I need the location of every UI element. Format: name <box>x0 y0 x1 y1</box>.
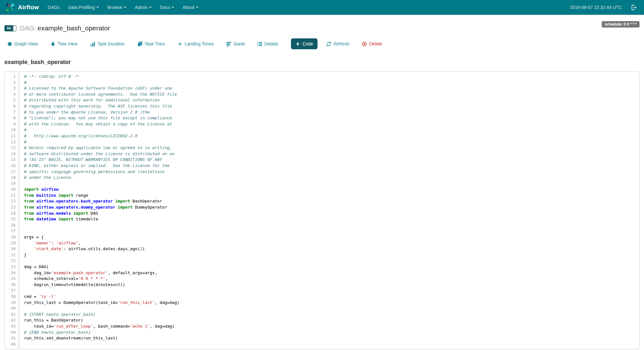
line-number: 13 <box>6 145 16 151</box>
line-number: 34 <box>6 270 16 276</box>
gantt-icon <box>227 42 231 46</box>
tab-gantt[interactable]: Gantt <box>227 41 245 46</box>
code-line: # http://www.apache.org/licenses/LICENSE… <box>24 133 636 139</box>
tab-details[interactable]: Details <box>257 41 278 46</box>
line-number: 9 <box>6 121 16 127</box>
code-line: # <box>24 80 636 86</box>
code-line: cmd = 'ls -l' <box>24 294 636 300</box>
line-number: 1 <box>6 74 16 80</box>
line-number: 31 <box>6 252 16 258</box>
line-number: 39 <box>6 300 16 306</box>
code-line: args = { <box>24 234 636 240</box>
code-line: # regarding copyright ownership. The ASF… <box>24 103 636 109</box>
navbar-menu: DAGsData ProfilingBrowseAdminDocsAbout <box>44 0 203 15</box>
line-number: 36 <box>6 282 16 288</box>
line-number: 44 <box>6 330 16 336</box>
toggle-on-label: On <box>5 26 13 31</box>
airflow-brand[interactable]: Airflow <box>5 2 39 12</box>
tab-label: Tree View <box>58 41 77 46</box>
brand-name: Airflow <box>18 4 39 11</box>
tab-tree-view[interactable]: Tree View <box>51 41 77 46</box>
tab-landing-times[interactable]: ✈Landing Times <box>178 41 214 46</box>
nav-item-browse[interactable]: Browse <box>103 0 131 15</box>
nav-item-admin[interactable]: Admin <box>131 0 156 15</box>
nav-item-dags[interactable]: DAGs <box>44 0 64 15</box>
code-content: # -*- coding: utf-8 -*-## Licensed to th… <box>20 71 640 349</box>
code-line: 'start_date': airflow.utils.dates.days_a… <box>24 246 636 252</box>
tab-graph-view[interactable]: Graph View <box>7 41 38 46</box>
line-number: 40 <box>6 306 16 312</box>
code-line: # or more contributor license agreements… <box>24 91 636 98</box>
nav-item-data-profiling[interactable]: Data Profiling <box>64 0 103 15</box>
line-number: 37 <box>6 288 16 294</box>
line-number: 11 <box>6 133 16 139</box>
tab-label: Landing Times <box>185 41 214 46</box>
schedule-badge: schedule: 0 0 * * * <box>602 21 640 28</box>
code-line: # Licensed to the Apache Software Founda… <box>24 85 636 91</box>
line-number: 20 <box>6 187 16 193</box>
code-line: 'owner': 'airflow', <box>24 240 636 246</box>
code-line: # with the License. You may obtain a cop… <box>24 121 636 127</box>
caret-down-icon <box>196 7 198 8</box>
code-line: dagrun_timeout=timedelta(minutes=60)) <box>24 282 636 288</box>
line-number: 27 <box>6 228 16 234</box>
line-number: 21 <box>6 193 16 199</box>
dag-toolbar: Graph ViewTree ViewTask DurationTask Tri… <box>4 38 640 49</box>
line-number: 46 <box>6 341 16 347</box>
line-number: 18 <box>6 175 16 181</box>
refresh-icon <box>326 42 331 46</box>
line-number: 17 <box>6 169 16 175</box>
code-line: from airflow.operators.bash_operator imp… <box>24 198 636 204</box>
line-number: 32 <box>6 258 16 264</box>
code-line: task_id='run_after_loop', bash_command='… <box>24 323 636 330</box>
line-number: 25 <box>6 216 16 222</box>
plane-icon: ✈ <box>178 42 182 46</box>
tab-label: Gantt <box>234 41 245 46</box>
tab-task-duration[interactable]: Task Duration <box>90 41 125 46</box>
code-line <box>24 222 636 228</box>
code-line <box>24 306 636 312</box>
tab-task-tries[interactable]: Task Tries <box>138 41 165 46</box>
code-line: # Unless required by applicable law or a… <box>24 145 636 151</box>
tab-code[interactable]: Code <box>291 38 318 49</box>
code-line: from builtins import range <box>24 193 636 199</box>
code-line: } <box>24 252 636 258</box>
line-number: 29 <box>6 240 16 246</box>
code-line: dag_id='example_bash_operator', default_… <box>24 270 636 276</box>
line-number: 4 <box>6 91 16 98</box>
tree-icon <box>51 42 55 46</box>
dag-pause-toggle[interactable]: On <box>4 25 16 31</box>
nav-item-about[interactable]: About <box>178 0 203 15</box>
dag-title-prefix: DAG: <box>20 24 36 32</box>
code-line: import airflow <box>24 187 636 193</box>
code-line <box>24 181 636 187</box>
line-number: 23 <box>6 204 16 211</box>
line-number: 28 <box>6 234 16 240</box>
code-line-numbers: 1234567891011121314151617181920212223242… <box>4 71 19 349</box>
line-number: 14 <box>6 151 16 157</box>
tab-delete[interactable]: Delete <box>362 41 382 46</box>
tab-label: Task Tries <box>145 41 165 46</box>
code-line: # <box>24 139 636 145</box>
code-line: # to you under the Apache License, Versi… <box>24 109 636 115</box>
tab-label: Delete <box>369 41 382 46</box>
code-line: # "AS IS" BASIS, WITHOUT WARRANTIES OR C… <box>24 157 636 163</box>
line-number: 19 <box>6 181 16 187</box>
certificate-icon <box>7 42 12 46</box>
logout-icon[interactable] <box>631 4 637 11</box>
line-number: 30 <box>6 246 16 252</box>
line-number: 22 <box>6 198 16 204</box>
code-line <box>24 228 636 234</box>
bar-chart-icon <box>90 42 95 46</box>
line-number: 10 <box>6 127 16 133</box>
line-number: 43 <box>6 323 16 330</box>
code-line: from airflow.models import DAG <box>24 211 636 217</box>
code-line: from datetime import timedelta <box>24 216 636 222</box>
nav-item-docs[interactable]: Docs <box>156 0 179 15</box>
line-number: 5 <box>6 97 16 103</box>
line-number: 8 <box>6 115 16 121</box>
line-number: 45 <box>6 335 16 341</box>
tab-refresh[interactable]: Refresh <box>326 41 349 46</box>
code-line <box>24 341 636 347</box>
line-number: 6 <box>6 103 16 109</box>
